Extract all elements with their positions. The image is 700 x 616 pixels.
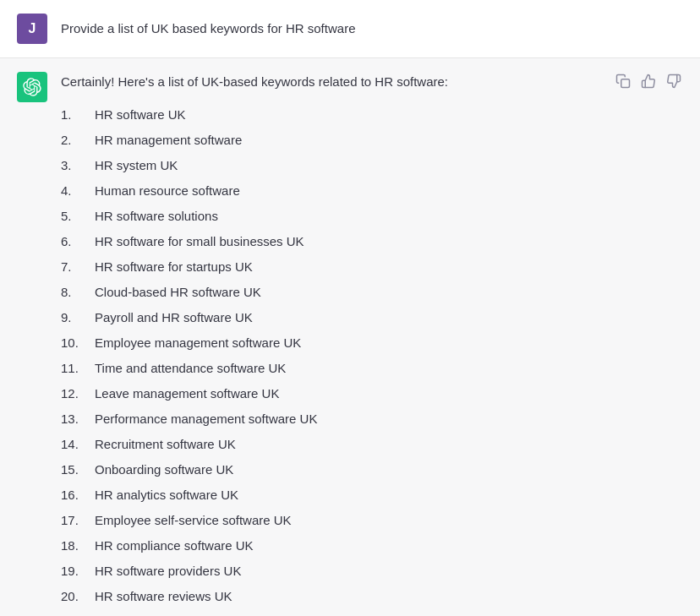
list-item: 17.Employee self-service software UK — [61, 508, 683, 533]
list-text: Onboarding software UK — [95, 460, 233, 480]
list-item: 13.Performance management software UK — [61, 406, 683, 432]
list-text: Recruitment software UK — [95, 434, 236, 455]
list-number: 2. — [61, 130, 95, 150]
thumbs-down-button[interactable] — [664, 72, 683, 90]
list-item: 9.Payroll and HR software UK — [61, 305, 683, 330]
user-avatar-letter: J — [29, 18, 36, 40]
list-text: HR management software — [95, 130, 242, 150]
list-text: HR software for small businesses UK — [95, 232, 304, 252]
assistant-intro: Certainly! Here's a list of UK-based key… — [61, 72, 683, 92]
user-message-text: Provide a list of UK based keywords for … — [61, 14, 355, 39]
list-item: 20.HR software reviews UK — [61, 584, 683, 609]
list-number: 10. — [61, 333, 95, 353]
list-item: 16.HR analytics software UK — [61, 482, 683, 508]
list-number: 15. — [61, 460, 95, 480]
list-number: 3. — [61, 155, 95, 176]
list-text: Performance management software UK — [95, 409, 317, 429]
list-number: 9. — [61, 308, 95, 328]
list-number: 11. — [61, 358, 95, 379]
list-item: 15.Onboarding software UK — [61, 457, 683, 482]
list-text: Payroll and HR software UK — [95, 308, 253, 328]
list-item: 2.HR management software — [61, 128, 683, 153]
list-item: 14.Recruitment software UK — [61, 432, 683, 457]
list-number: 17. — [61, 510, 95, 531]
list-text: HR software for startups UK — [95, 257, 253, 277]
list-number: 5. — [61, 206, 95, 226]
list-number: 4. — [61, 181, 95, 201]
assistant-avatar — [17, 72, 47, 102]
list-number: 20. — [61, 586, 95, 607]
list-item: 1.HR software UK — [61, 102, 683, 128]
user-message: J Provide a list of UK based keywords fo… — [0, 0, 700, 58]
thumbs-down-icon — [666, 74, 681, 89]
list-text: HR software solutions — [95, 206, 218, 226]
user-avatar: J — [17, 14, 47, 44]
list-item: 12.Leave management software UK — [61, 381, 683, 406]
list-item: 11.Time and attendance software UK — [61, 356, 683, 381]
copy-icon — [615, 74, 631, 89]
list-text: Employee management software UK — [95, 333, 301, 353]
list-text: Cloud-based HR software UK — [95, 282, 261, 303]
list-text: HR software reviews UK — [95, 586, 232, 607]
list-text: Human resource software — [95, 181, 240, 201]
list-text: Time and attendance software UK — [95, 358, 286, 379]
list-item: 3.HR system UK — [61, 153, 683, 178]
list-item: 5.HR software solutions — [61, 204, 683, 229]
list-item: 7.HR software for startups UK — [61, 254, 683, 280]
list-text: HR analytics software UK — [95, 485, 238, 505]
list-item: 18.HR compliance software UK — [61, 533, 683, 559]
list-text: HR system UK — [95, 155, 178, 176]
list-text: Employee self-service software UK — [95, 510, 292, 531]
message-actions — [614, 72, 683, 90]
list-item: 6.HR software for small businesses UK — [61, 229, 683, 254]
list-number: 13. — [61, 409, 95, 429]
list-item: 8.Cloud-based HR software UK — [61, 280, 683, 305]
thumbs-up-icon — [641, 74, 656, 89]
list-number: 16. — [61, 485, 95, 505]
list-number: 1. — [61, 105, 95, 125]
openai-icon — [23, 78, 41, 96]
assistant-message: Certainly! Here's a list of UK-based key… — [0, 58, 700, 616]
list-text: HR software providers UK — [95, 561, 241, 581]
list-number: 18. — [61, 536, 95, 556]
list-number: 6. — [61, 232, 95, 252]
list-number: 12. — [61, 384, 95, 404]
list-number: 7. — [61, 257, 95, 277]
thumbs-up-button[interactable] — [639, 72, 658, 90]
list-number: 8. — [61, 282, 95, 303]
assistant-content: Certainly! Here's a list of UK-based key… — [61, 72, 683, 609]
list-text: Leave management software UK — [95, 384, 279, 404]
copy-button[interactable] — [614, 72, 632, 90]
list-number: 14. — [61, 434, 95, 455]
list-item: 10.Employee management software UK — [61, 330, 683, 356]
list-number: 19. — [61, 561, 95, 581]
keyword-list: 1.HR software UK2.HR management software… — [61, 102, 683, 609]
list-text: HR compliance software UK — [95, 536, 254, 556]
list-item: 4.Human resource software — [61, 178, 683, 204]
list-item: 19.HR software providers UK — [61, 559, 683, 584]
list-text: HR software UK — [95, 105, 186, 125]
svg-rect-0 — [621, 79, 630, 88]
